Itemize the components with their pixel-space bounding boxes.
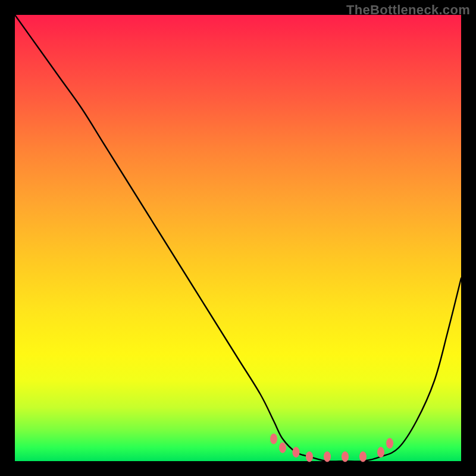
highlight-dot (293, 447, 300, 458)
highlight-dot (270, 434, 277, 444)
watermark-text: TheBottleneck.com (346, 2, 470, 18)
highlight-dot (279, 443, 286, 453)
highlight-dot (359, 452, 367, 462)
highlight-dot (377, 447, 384, 458)
highlight-dot (324, 452, 331, 462)
bottleneck-curve (15, 15, 461, 462)
highlight-markers (270, 434, 393, 462)
highlight-dot (306, 452, 313, 462)
highlight-dot (386, 438, 393, 449)
chart-svg (0, 0, 476, 476)
highlight-dot (342, 452, 349, 462)
chart-frame: TheBottleneck.com (0, 0, 476, 476)
